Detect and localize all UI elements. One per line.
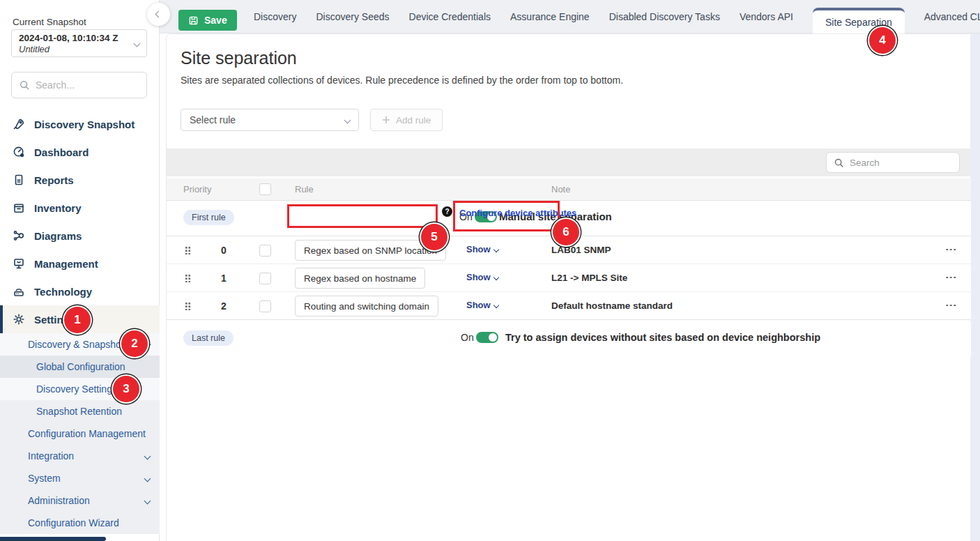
sidebar-item-label: Discovery Snapshot xyxy=(34,119,135,130)
site-separation-panel: Site separation Sites are separated coll… xyxy=(166,33,970,541)
show-label: Show xyxy=(466,244,491,254)
last-rule-badge: Last rule xyxy=(183,330,233,346)
help-icon[interactable]: ? xyxy=(442,206,452,217)
column-header-note: Note xyxy=(551,184,570,195)
tab-discovery[interactable]: Discovery xyxy=(254,0,296,33)
tab-vendors-api[interactable]: Vendors API xyxy=(740,0,793,33)
save-button-label: Save xyxy=(204,15,227,26)
page-title: Site separation xyxy=(181,48,297,68)
submenu-item-label: System xyxy=(28,473,61,484)
dashboard-icon xyxy=(13,146,25,158)
submenu-item-label: Discovery & Snapshots xyxy=(28,339,129,350)
sidebar-item-configuration-wizard[interactable]: Configuration Wizard xyxy=(0,512,160,534)
row-actions-ellipsis-icon[interactable] xyxy=(945,248,956,251)
sidebar-search-input[interactable] xyxy=(36,79,126,91)
chevron-down-icon xyxy=(493,302,498,307)
sidebar-item-technology[interactable]: Technology xyxy=(0,277,160,305)
rule-name-box[interactable]: Regex based on SNMP location xyxy=(295,240,446,261)
select-all-checkbox[interactable] xyxy=(259,183,271,195)
note-value: LAB01 SNMP xyxy=(551,245,611,255)
sidebar-item-administration[interactable]: Administration xyxy=(0,489,160,512)
note-value: Default hostname standard xyxy=(551,300,673,311)
submenu-item-label: Global Configuration xyxy=(36,361,125,372)
show-details-link[interactable]: Show xyxy=(466,300,498,310)
sidebar-item-reports[interactable]: Reports xyxy=(0,166,160,194)
tab-site-separation[interactable]: Site Separation xyxy=(813,8,905,33)
sidebar-item-inventory[interactable]: Inventory xyxy=(0,194,160,222)
tab-device-credentials[interactable]: Device Credentials xyxy=(409,0,491,33)
row-actions-ellipsis-icon[interactable] xyxy=(945,304,956,307)
sidebar-item-diagrams[interactable]: Diagrams xyxy=(0,222,160,250)
show-label: Show xyxy=(466,272,491,282)
table-search-input[interactable] xyxy=(850,158,940,168)
note-value: L21 -> MPLS Site xyxy=(551,273,627,283)
table-search[interactable] xyxy=(826,152,960,173)
plus-icon xyxy=(382,116,390,124)
chevron-down-icon xyxy=(144,475,151,482)
chevron-left-icon xyxy=(155,11,162,18)
snapshot-selector[interactable]: 2024-01-08, 10:10:34 Z Untitled xyxy=(11,29,147,57)
row-checkbox[interactable] xyxy=(259,245,271,257)
show-details-link[interactable]: Show xyxy=(466,272,498,282)
row-checkbox[interactable] xyxy=(259,273,271,284)
tab-discovery-seeds[interactable]: Discovery Seeds xyxy=(316,0,389,33)
sidebar-item-label: Settings xyxy=(34,314,75,326)
add-rule-button[interactable]: Add rule xyxy=(370,109,443,131)
sidebar-item-dashboard[interactable]: Dashboard xyxy=(0,138,160,166)
rule-name-box[interactable]: Routing and switching domain xyxy=(295,296,438,317)
column-header-rule: Rule xyxy=(295,184,314,195)
sidebar-item-management[interactable]: Management xyxy=(0,250,160,277)
priority-value: 0 xyxy=(215,245,232,256)
select-rule-dropdown[interactable]: Select rule xyxy=(181,109,359,131)
neighborship-toggle[interactable] xyxy=(476,332,498,343)
sidebar-nav: Discovery Snapshot Dashboard Reports xyxy=(0,110,160,333)
row-checkbox[interactable] xyxy=(259,300,271,312)
sidebar-item-discovery-snapshot[interactable]: Discovery Snapshot xyxy=(0,110,160,138)
drag-handle-icon[interactable] xyxy=(185,274,191,282)
table-header: Priority Rule Note xyxy=(167,178,971,201)
save-floppy-icon xyxy=(188,15,199,26)
sidebar-item-settings[interactable]: Settings xyxy=(0,305,160,333)
chevron-down-icon xyxy=(144,497,151,504)
sidebar-item-snapshot-retention[interactable]: Snapshot Retention xyxy=(0,400,160,422)
toggle-knob xyxy=(489,333,497,342)
gear-icon xyxy=(13,313,25,326)
table-row: 1 Regex based on hostname Show L21 -> MP… xyxy=(167,264,971,292)
sidebar-item-label: Technology xyxy=(34,286,92,298)
configure-device-attributes-link[interactable]: Configure device attributes xyxy=(459,208,576,218)
show-label: Show xyxy=(466,300,491,310)
chevron-down-icon xyxy=(134,40,141,47)
sidebar-horizontal-scrollbar[interactable] xyxy=(0,537,106,541)
sidebar-item-label: Management xyxy=(34,258,98,270)
network-diagram-icon xyxy=(13,229,25,242)
tab-advanced-cli[interactable]: Advanced CLI xyxy=(924,0,980,33)
sidebar-item-system[interactable]: System xyxy=(0,467,160,489)
save-button[interactable]: Save xyxy=(178,10,237,31)
sidebar-item-discovery-and-snapshots[interactable]: Discovery & Snapshots xyxy=(0,333,160,356)
sidebar-item-integration[interactable]: Integration xyxy=(0,445,160,467)
row-actions-ellipsis-icon[interactable] xyxy=(945,276,956,279)
top-tab-bar: Save Discovery Discovery Seeds Device Cr… xyxy=(160,0,980,33)
page-background-strip xyxy=(970,33,980,541)
sidebar-item-configuration-management[interactable]: Configuration Management xyxy=(0,422,160,445)
chevron-down-icon xyxy=(493,274,498,280)
table-row: 2 Routing and switching domain Show Defa… xyxy=(167,292,971,320)
sidebar-search[interactable] xyxy=(11,72,147,98)
add-rule-label: Add rule xyxy=(396,115,431,125)
submenu-item-label: Integration xyxy=(28,450,74,462)
table-row: 0 Regex based on SNMP location Show LAB0… xyxy=(167,236,971,264)
current-snapshot-label: Current Snapshot xyxy=(13,17,86,27)
priority-value: 1 xyxy=(215,273,232,284)
drag-handle-icon[interactable] xyxy=(185,246,191,254)
drag-handle-icon[interactable] xyxy=(185,302,191,310)
sidebar-item-global-configuration[interactable]: Global Configuration xyxy=(0,356,160,378)
search-icon xyxy=(19,79,30,91)
show-details-link[interactable]: Show xyxy=(466,244,498,254)
sidebar-item-discovery-settings[interactable]: Discovery Settings xyxy=(0,378,160,400)
chevron-up-icon xyxy=(144,341,151,348)
tab-disabled-discovery-tasks[interactable]: Disabled Discovery Tasks xyxy=(609,0,720,33)
rule-name-box[interactable]: Regex based on hostname xyxy=(295,268,425,289)
sidebar-collapse-button[interactable] xyxy=(147,3,170,26)
document-icon xyxy=(13,174,25,186)
tab-assurance-engine[interactable]: Assurance Engine xyxy=(510,0,590,33)
